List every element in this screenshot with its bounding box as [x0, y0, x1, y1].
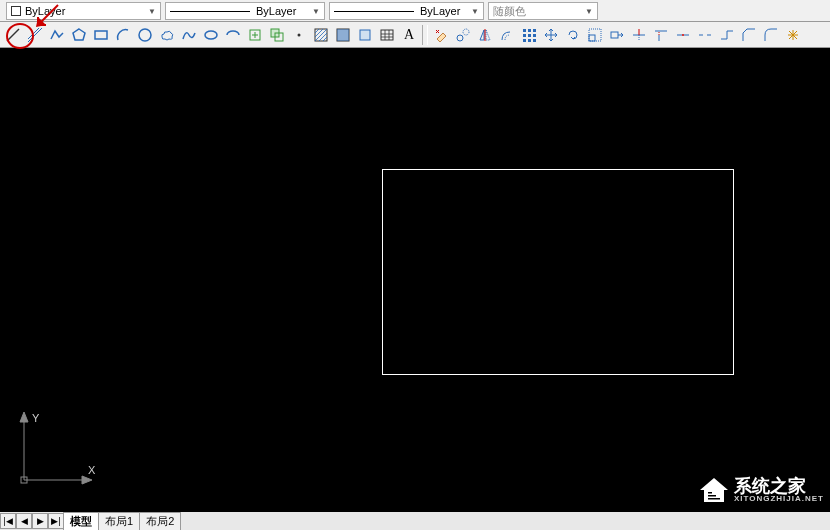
- svg-point-6: [139, 29, 151, 41]
- svg-rect-31: [611, 32, 618, 38]
- trim-tool[interactable]: [628, 24, 650, 46]
- mirror-tool[interactable]: [474, 24, 496, 46]
- svg-rect-22: [533, 29, 536, 32]
- chevron-down-icon: ▼: [463, 7, 479, 16]
- polygon-tool[interactable]: [68, 24, 90, 46]
- linetype-label: ByLayer: [256, 5, 296, 17]
- break-at-point-tool[interactable]: [672, 24, 694, 46]
- svg-line-3: [28, 28, 39, 39]
- layer-label: ByLayer: [25, 5, 65, 17]
- spline-tool[interactable]: [178, 24, 200, 46]
- drawn-rectangle[interactable]: [382, 169, 734, 375]
- ellipse-arc-tool[interactable]: [222, 24, 244, 46]
- svg-rect-25: [533, 34, 536, 37]
- svg-line-1: [7, 29, 19, 41]
- region-tool[interactable]: [354, 24, 376, 46]
- chamfer-tool[interactable]: [738, 24, 760, 46]
- tab-nav-next[interactable]: ▶: [32, 513, 48, 529]
- copy-tool[interactable]: [452, 24, 474, 46]
- rotate-tool[interactable]: [562, 24, 584, 46]
- watermark: 系统之家 XITONGZHIJIA.NET: [698, 476, 824, 504]
- explode-tool[interactable]: [782, 24, 804, 46]
- make-block-tool[interactable]: [266, 24, 288, 46]
- layout-tabs-bar: |◀ ◀ ▶ ▶| 模型 布局1 布局2: [0, 512, 830, 530]
- offset-tool[interactable]: [496, 24, 518, 46]
- svg-text:X: X: [88, 464, 96, 476]
- watermark-text: 系统之家: [734, 477, 824, 495]
- property-bar: ByLayer ▼ ByLayer ▼ ByLayer ▼ 随颜色 ▼: [0, 0, 830, 22]
- scale-tool[interactable]: [584, 24, 606, 46]
- lineweight-sample-icon: [334, 11, 414, 12]
- plotstyle-label: 随颜色: [493, 4, 526, 19]
- svg-rect-5: [95, 31, 107, 39]
- svg-point-7: [205, 31, 217, 39]
- construction-line-tool[interactable]: [24, 24, 46, 46]
- linetype-dropdown[interactable]: ByLayer ▼: [165, 2, 325, 20]
- svg-rect-24: [528, 34, 531, 37]
- svg-rect-29: [589, 35, 595, 41]
- erase-tool[interactable]: [430, 24, 452, 46]
- chevron-down-icon: ▼: [304, 7, 320, 16]
- drawing-canvas[interactable]: Y X 系统之家 XITONGZHIJIA.NET: [0, 48, 830, 512]
- join-tool[interactable]: [716, 24, 738, 46]
- watermark-url: XITONGZHIJIA.NET: [734, 495, 824, 503]
- svg-rect-28: [533, 39, 536, 42]
- gradient-tool[interactable]: [332, 24, 354, 46]
- chevron-down-icon: ▼: [140, 7, 156, 16]
- rectangle-tool[interactable]: [90, 24, 112, 46]
- fillet-tool[interactable]: [760, 24, 782, 46]
- svg-text:Y: Y: [32, 412, 40, 424]
- text-tool[interactable]: A: [398, 24, 420, 46]
- arc-tool[interactable]: [112, 24, 134, 46]
- toolbar: A: [0, 22, 830, 48]
- line-tool[interactable]: [2, 24, 24, 46]
- svg-rect-16: [381, 30, 393, 40]
- tab-nav-first[interactable]: |◀: [0, 513, 16, 529]
- svg-rect-27: [528, 39, 531, 42]
- svg-rect-48: [708, 492, 712, 494]
- house-logo-icon: [698, 476, 730, 504]
- polyline-tool[interactable]: [46, 24, 68, 46]
- toolbar-separator: [422, 25, 428, 45]
- table-tool[interactable]: [376, 24, 398, 46]
- move-tool[interactable]: [540, 24, 562, 46]
- svg-rect-49: [708, 495, 716, 497]
- extend-tool[interactable]: [650, 24, 672, 46]
- layer-swatch-icon: [11, 6, 21, 16]
- svg-rect-26: [523, 39, 526, 42]
- svg-rect-21: [528, 29, 531, 32]
- linetype-sample-icon: [170, 11, 250, 12]
- lineweight-label: ByLayer: [420, 5, 460, 17]
- tab-model[interactable]: 模型: [63, 512, 99, 531]
- lineweight-dropdown[interactable]: ByLayer ▼: [329, 2, 484, 20]
- layer-dropdown[interactable]: ByLayer ▼: [6, 2, 161, 20]
- svg-marker-4: [73, 29, 85, 40]
- tab-nav: |◀ ◀ ▶ ▶|: [0, 513, 64, 529]
- hatch-tool[interactable]: [310, 24, 332, 46]
- svg-point-17: [457, 35, 463, 41]
- plotstyle-dropdown[interactable]: 随颜色 ▼: [488, 2, 598, 20]
- stretch-tool[interactable]: [606, 24, 628, 46]
- svg-point-40: [682, 34, 684, 36]
- revcloud-tool[interactable]: [156, 24, 178, 46]
- svg-point-11: [298, 33, 301, 36]
- tab-nav-last[interactable]: ▶|: [48, 513, 64, 529]
- chevron-down-icon: ▼: [577, 7, 593, 16]
- tab-nav-prev[interactable]: ◀: [16, 513, 32, 529]
- insert-block-tool[interactable]: [244, 24, 266, 46]
- ucs-icon: Y X: [10, 410, 100, 494]
- tab-layout2[interactable]: 布局2: [139, 512, 181, 531]
- point-tool[interactable]: [288, 24, 310, 46]
- ellipse-tool[interactable]: [200, 24, 222, 46]
- svg-rect-23: [523, 34, 526, 37]
- break-tool[interactable]: [694, 24, 716, 46]
- svg-rect-20: [523, 29, 526, 32]
- svg-rect-50: [708, 498, 720, 500]
- svg-line-2: [28, 28, 42, 42]
- svg-point-18: [463, 29, 469, 35]
- svg-rect-15: [360, 30, 370, 40]
- circle-tool[interactable]: [134, 24, 156, 46]
- svg-rect-14: [337, 29, 349, 41]
- array-tool[interactable]: [518, 24, 540, 46]
- tab-layout1[interactable]: 布局1: [98, 512, 140, 531]
